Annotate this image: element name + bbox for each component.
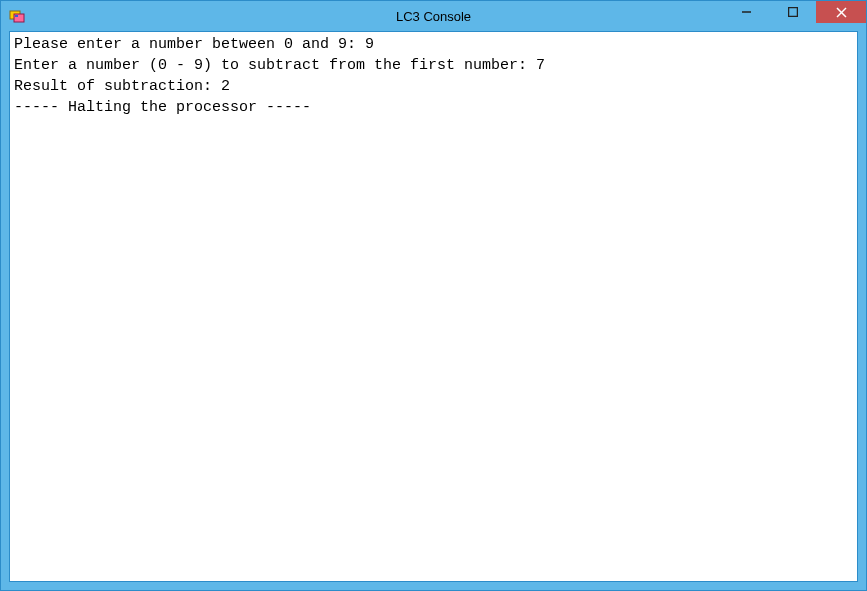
console-line: Result of subtraction: 2 [14, 76, 853, 97]
minimize-button[interactable] [724, 1, 770, 23]
svg-rect-2 [15, 15, 18, 17]
maximize-button[interactable] [770, 1, 816, 23]
window-title: LC3 Console [396, 9, 471, 24]
console-line: ----- Halting the processor ----- [14, 97, 853, 118]
svg-rect-4 [789, 8, 798, 17]
titlebar[interactable]: LC3 Console [1, 1, 866, 31]
window-controls [724, 1, 866, 31]
app-window: LC3 Console Please enter a number betwee… [0, 0, 867, 591]
console-line: Enter a number (0 - 9) to subtract from … [14, 55, 853, 76]
app-icon [9, 8, 25, 24]
console-line: Please enter a number between 0 and 9: 9 [14, 34, 853, 55]
close-button[interactable] [816, 1, 866, 23]
console-output[interactable]: Please enter a number between 0 and 9: 9… [9, 31, 858, 582]
